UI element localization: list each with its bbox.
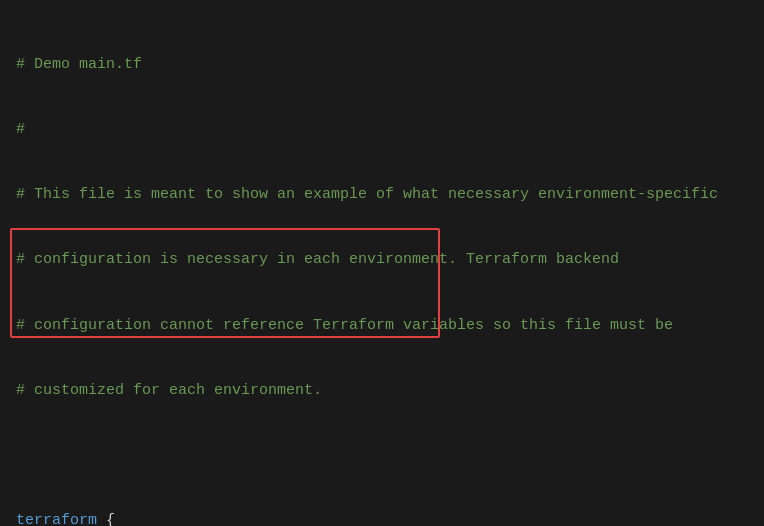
line-5: # configuration cannot reference Terrafo… [16, 315, 748, 337]
line-6: # customized for each environment. [16, 380, 748, 402]
line-1: # Demo main.tf [16, 54, 748, 76]
code-editor: # Demo main.tf # # This file is meant to… [0, 0, 764, 526]
line-7 [16, 445, 748, 467]
line-8: terraform { [16, 510, 748, 526]
line-4: # configuration is necessary in each env… [16, 249, 748, 271]
line-2: # [16, 119, 748, 141]
line-3: # This file is meant to show an example … [16, 184, 748, 206]
